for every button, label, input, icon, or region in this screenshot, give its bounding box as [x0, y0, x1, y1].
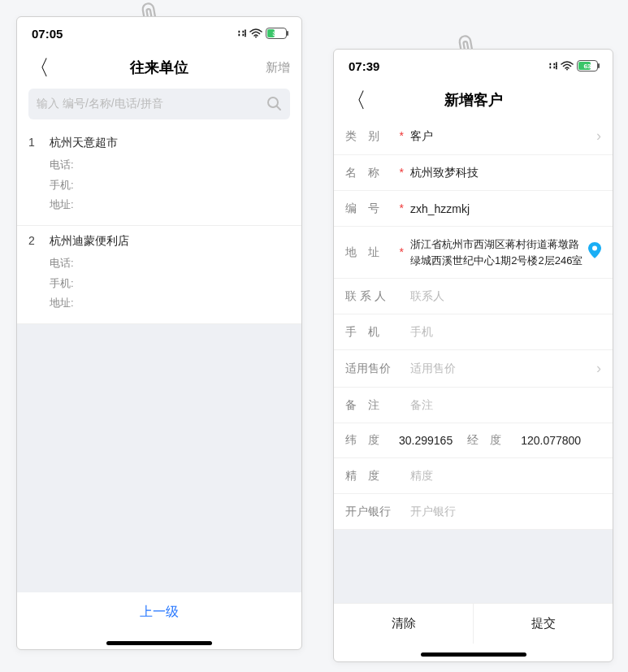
home-indicator — [17, 632, 301, 650]
chevron-right-icon: › — [596, 128, 601, 145]
field-placeholder: 精度 — [410, 469, 601, 483]
item-tel-label: 电话: — [50, 254, 290, 274]
up-level-button[interactable]: 上一级 — [17, 592, 301, 632]
lat-value: 30.299165 — [399, 434, 453, 447]
svg-point-1 — [268, 98, 278, 107]
status-bar: 07:39 ∷⁞ 63 — [334, 50, 613, 82]
field-value: zxh_hzzmkj — [410, 202, 601, 215]
field-label: 手 机 — [345, 325, 404, 340]
field-placeholder: 手机 — [410, 325, 601, 340]
svg-point-4 — [592, 246, 597, 251]
phone-new-customer-form: 07:39 ∷⁞ 63 〈 新增客户 类 别* 客户 › 名 称* 杭州致梦科技… — [333, 49, 613, 662]
field-value: 客户 — [410, 129, 596, 144]
lon-value: 120.077800 — [521, 434, 581, 447]
item-tel-label: 电话: — [50, 155, 290, 176]
field-label: 联 系 人 — [345, 289, 404, 304]
field-price[interactable]: 适用售价 适用售价 › — [334, 350, 613, 388]
nav-bar: 〈 往来单位 新增 — [17, 50, 301, 85]
wifi-icon — [561, 59, 574, 73]
item-address-label: 地址: — [50, 195, 290, 215]
field-value: 杭州致梦科技 — [410, 166, 601, 180]
location-icon[interactable] — [588, 242, 601, 262]
page-title: 往来单位 — [17, 58, 301, 77]
field-bank[interactable]: 开户银行 开户银行 — [334, 494, 613, 530]
field-precision[interactable]: 精 度 精度 — [334, 458, 613, 494]
battery-icon: 37 — [266, 28, 287, 39]
field-remark[interactable]: 备 注 备注 — [334, 388, 613, 423]
submit-button[interactable]: 提交 — [473, 604, 613, 644]
field-label: 备 注 — [345, 398, 404, 413]
signal-icon: ∷⁞ — [549, 60, 557, 72]
back-button[interactable]: 〈 — [345, 89, 366, 111]
button-bar: 清除 提交 — [334, 603, 613, 644]
wifi-icon — [249, 27, 262, 41]
field-label: 开户银行 — [345, 505, 404, 519]
empty-area — [334, 530, 613, 603]
nav-bar: 〈 新增客户 — [334, 82, 613, 118]
item-mobile-label: 手机: — [50, 274, 290, 294]
lon-label: 经 度 — [467, 433, 513, 448]
field-type[interactable]: 类 别* 客户 › — [334, 118, 613, 155]
svg-point-0 — [255, 36, 257, 37]
lat-label: 纬 度 — [345, 433, 391, 448]
back-button[interactable]: 〈 — [28, 57, 50, 78]
field-placeholder: 联系人 — [410, 289, 601, 304]
field-value: 浙江省杭州市西湖区蒋村街道蒋墩路绿城西溪世纪中心1期2号楼2层246室 — [410, 236, 588, 268]
field-label: 名 称* — [345, 166, 404, 180]
status-time: 07:39 — [349, 59, 379, 73]
list-item[interactable]: 2 杭州迪蒙便利店 电话: 手机: 地址: — [17, 226, 301, 324]
field-address[interactable]: 地 址* 浙江省杭州市西湖区蒋村街道蒋墩路绿城西溪世纪中心1期2号楼2层246室 — [334, 227, 613, 279]
field-contact[interactable]: 联 系 人 联系人 — [334, 279, 613, 314]
list-item[interactable]: 1 杭州天意超市 电话: 手机: 地址: — [17, 128, 301, 226]
item-name: 杭州天意超市 — [50, 136, 118, 150]
field-latlon[interactable]: 纬 度 30.299165 经 度 120.077800 — [334, 423, 613, 458]
svg-point-3 — [566, 68, 568, 70]
item-index: 2 — [28, 234, 38, 249]
svg-line-2 — [277, 106, 280, 110]
status-bar: 07:05 ∷⁞ 37 — [17, 17, 301, 50]
field-name[interactable]: 名 称* 杭州致梦科技 — [334, 155, 613, 191]
add-button[interactable]: 新增 — [266, 60, 290, 76]
field-code[interactable]: 编 号* zxh_hzzmkj — [334, 191, 613, 227]
status-time: 07:05 — [32, 27, 63, 41]
home-indicator — [334, 644, 613, 662]
field-mobile[interactable]: 手 机 手机 — [334, 314, 613, 350]
battery-icon: 63 — [577, 60, 598, 72]
field-label: 精 度 — [345, 469, 404, 483]
search-placeholder: 输入 编号/名称/电话/拼音 — [37, 97, 163, 111]
field-placeholder: 适用售价 — [410, 362, 596, 376]
item-address-label: 地址: — [50, 293, 290, 314]
field-label: 适用售价 — [345, 362, 404, 376]
item-name: 杭州迪蒙便利店 — [50, 234, 129, 249]
search-input[interactable]: 输入 编号/名称/电话/拼音 — [28, 89, 290, 119]
clear-button[interactable]: 清除 — [334, 604, 473, 644]
item-index: 1 — [28, 136, 38, 150]
search-icon — [266, 95, 282, 114]
item-mobile-label: 手机: — [50, 176, 290, 196]
field-placeholder: 开户银行 — [410, 505, 601, 519]
empty-area — [17, 324, 301, 592]
signal-icon: ∷⁞ — [238, 28, 246, 39]
field-label: 编 号* — [345, 202, 404, 216]
phone-contacts-list: 07:05 ∷⁞ 37 〈 往来单位 新增 输入 编号/名称/电话/拼音 1 杭… — [16, 16, 302, 650]
field-label: 地 址* — [345, 245, 404, 260]
chevron-right-icon: › — [596, 360, 601, 377]
field-label: 类 别* — [345, 129, 404, 144]
field-placeholder: 备注 — [410, 398, 601, 413]
page-title: 新增客户 — [334, 90, 613, 110]
